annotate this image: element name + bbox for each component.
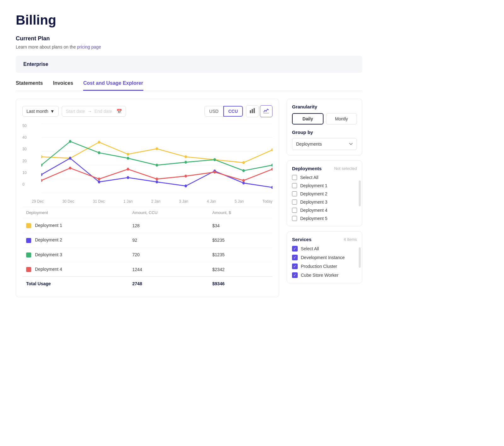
end-date-input: End date [94, 109, 112, 114]
x-axis: 29 Dec 30 Dec 31 Dec 1 Jan 2 Jan 3 Jan 4… [22, 199, 272, 204]
deployment-color-0 [26, 223, 31, 228]
services-scrollbar [359, 247, 361, 268]
svc-checkbox-3[interactable] [292, 272, 298, 278]
date-range-picker[interactable]: Start date → End date 📅 [62, 106, 126, 117]
deployment-color-2 [26, 252, 31, 258]
svg-point-23 [156, 181, 158, 183]
dep-checkbox-4[interactable] [292, 208, 297, 213]
deployments-title: Deployments [292, 166, 322, 171]
total-amount: $9346 [209, 277, 272, 291]
group-by-section: Group by Deployments Services [292, 130, 357, 150]
daily-button[interactable]: Daily [292, 113, 324, 125]
svg-point-13 [127, 153, 129, 156]
chart-svg [41, 124, 272, 193]
svg-point-42 [185, 175, 187, 177]
svg-point-32 [156, 164, 158, 166]
svc-option-0[interactable]: Select All [292, 246, 357, 252]
svc-option-2[interactable]: Production Cluster [292, 264, 357, 269]
svg-point-14 [156, 147, 158, 150]
total-ccu: 2748 [129, 277, 209, 291]
cell-deployment-2: Deployment 3 [22, 247, 129, 262]
dep-option-4[interactable]: Deployment 4 [292, 208, 357, 213]
line-chart-button[interactable] [260, 105, 272, 117]
svg-point-21 [98, 181, 100, 183]
tab-cost-explorer[interactable]: Cost and Usage Explorer [83, 80, 143, 91]
line-chart-icon [263, 108, 269, 113]
main-layout: Last month ▼ Start date → End date 📅 USD… [16, 99, 362, 297]
start-date-input: Start date [66, 109, 85, 114]
svg-point-40 [127, 168, 129, 171]
tab-statements[interactable]: Statements [16, 80, 43, 91]
svg-point-17 [242, 161, 245, 164]
services-list: Select All Development Instance Producti… [292, 246, 357, 278]
ccu-button[interactable]: CCU [223, 106, 243, 117]
table-row: Deployment 4 1244 $2342 [22, 262, 272, 276]
dep-checkbox-0[interactable] [292, 175, 297, 180]
usd-button[interactable]: USD [204, 106, 223, 117]
dep-checkbox-1[interactable] [292, 183, 297, 188]
svg-point-27 [271, 186, 272, 189]
cell-amount-0: $34 [209, 218, 272, 233]
svg-point-29 [69, 140, 72, 143]
date-preset-dropdown[interactable]: Last month ▼ [22, 106, 59, 117]
svc-checkbox-1[interactable] [292, 255, 298, 260]
svg-point-41 [156, 177, 158, 180]
svg-point-38 [69, 167, 72, 170]
dep-option-2[interactable]: Deployment 2 [292, 191, 357, 196]
services-header: Services 4 items [292, 237, 357, 242]
svg-point-36 [271, 164, 272, 166]
granularity-label: Granularity [292, 104, 357, 109]
svg-point-22 [127, 176, 129, 179]
svg-point-20 [69, 157, 72, 159]
svg-point-39 [98, 177, 100, 180]
calendar-icon: 📅 [117, 109, 122, 114]
cell-deployment-3: Deployment 4 [22, 262, 129, 276]
svg-point-35 [242, 169, 245, 172]
col-deployment: Deployment [22, 207, 129, 218]
dep-checkbox-2[interactable] [292, 191, 297, 196]
subtitle-text: Learn more about plans on the pricing pa… [16, 44, 488, 49]
svg-rect-1 [252, 109, 253, 113]
total-label: Total Usage [22, 277, 129, 291]
svg-point-15 [185, 155, 187, 158]
svc-option-3[interactable]: Cube Store Worker [292, 272, 357, 278]
dep-checkbox-5[interactable] [292, 216, 297, 221]
cell-ccu-2: 720 [129, 247, 209, 262]
table-row: Deployment 1 128 $34 [22, 218, 272, 233]
y-axis: 50 40 30 20 10 0 [22, 124, 26, 193]
svg-point-24 [185, 184, 187, 187]
svg-point-10 [41, 155, 43, 158]
cell-deployment-1: Deployment 2 [22, 233, 129, 247]
dep-option-3[interactable]: Deployment 3 [292, 200, 357, 205]
tab-invoices[interactable]: Invoices [53, 80, 73, 91]
dep-option-0[interactable]: Select All [292, 175, 357, 180]
svg-rect-2 [254, 108, 255, 113]
group-by-select[interactable]: Deployments Services [292, 138, 357, 150]
monthly-button[interactable]: Montly [326, 113, 357, 125]
svg-point-12 [98, 141, 100, 143]
dep-option-1[interactable]: Deployment 1 [292, 183, 357, 188]
pricing-link[interactable]: pricing page [77, 44, 101, 49]
cell-amount-2: $1235 [209, 247, 272, 262]
svc-option-1[interactable]: Development Instance [292, 255, 357, 260]
currency-toggle: USD CCU [204, 106, 243, 117]
dep-checkbox-3[interactable] [292, 200, 297, 205]
svg-point-33 [185, 161, 187, 164]
scrollbar [359, 180, 361, 206]
dep-option-5[interactable]: Deployment 5 [292, 216, 357, 221]
tab-bar: Statements Invoices Cost and Usage Explo… [16, 80, 362, 91]
col-amount: Amount, $ [209, 207, 272, 218]
svg-rect-0 [250, 110, 251, 113]
svg-point-45 [271, 168, 272, 171]
svg-point-31 [127, 157, 129, 159]
chart-container: 50 40 30 20 10 0 [22, 124, 272, 193]
deployment-color-1 [26, 238, 31, 243]
svg-point-26 [242, 182, 245, 184]
svc-checkbox-2[interactable] [292, 264, 298, 269]
bar-chart-button[interactable] [246, 105, 259, 117]
svc-checkbox-0[interactable] [292, 246, 298, 252]
granularity-card: Granularity Daily Montly Group by Deploy… [287, 99, 362, 155]
services-title: Services [292, 237, 312, 242]
cell-ccu-3: 1244 [129, 262, 209, 276]
sidebar: Granularity Daily Montly Group by Deploy… [287, 99, 362, 297]
